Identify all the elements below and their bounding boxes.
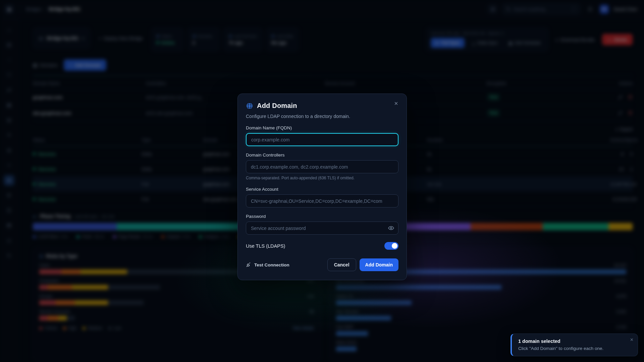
- close-icon[interactable]: ✕: [630, 337, 634, 342]
- modal-title: Add Domain: [257, 102, 297, 110]
- cancel-button[interactable]: Cancel: [327, 258, 356, 271]
- globe-icon: [246, 102, 253, 110]
- service-account-label: Service Account: [246, 187, 398, 192]
- toast-title: 1 domain selected: [518, 339, 632, 344]
- selection-toast: 1 domain selected Click "Add Domain" to …: [511, 334, 638, 356]
- toggle-knob: [392, 243, 397, 249]
- test-connection-button[interactable]: Test Connection: [246, 262, 289, 267]
- controllers-help-text: Comma-separated. Port auto-appended (636…: [246, 176, 398, 180]
- tls-toggle[interactable]: [384, 242, 398, 250]
- service-account-input[interactable]: [246, 194, 398, 207]
- eye-icon[interactable]: [388, 226, 394, 230]
- add-domain-submit-button[interactable]: Add Domain: [360, 258, 398, 271]
- modal-subtitle: Configure LDAP connection to a directory…: [246, 114, 398, 119]
- domain-name-input[interactable]: [246, 133, 398, 146]
- toast-body: Click "Add Domain" to configure each one…: [518, 346, 632, 351]
- password-label: Password: [246, 214, 398, 219]
- plug-icon: [246, 262, 251, 267]
- close-icon[interactable]: ✕: [392, 100, 400, 107]
- domain-controllers-label: Domain Controllers: [246, 153, 398, 158]
- domain-name-label: Domain Name (FQDN): [246, 125, 398, 130]
- tls-toggle-label: Use TLS (LDAPS): [246, 243, 285, 249]
- add-domain-modal: Add Domain ✕ Configure LDAP connection t…: [237, 94, 407, 280]
- password-input[interactable]: [246, 222, 398, 235]
- domain-controllers-input[interactable]: [246, 160, 398, 173]
